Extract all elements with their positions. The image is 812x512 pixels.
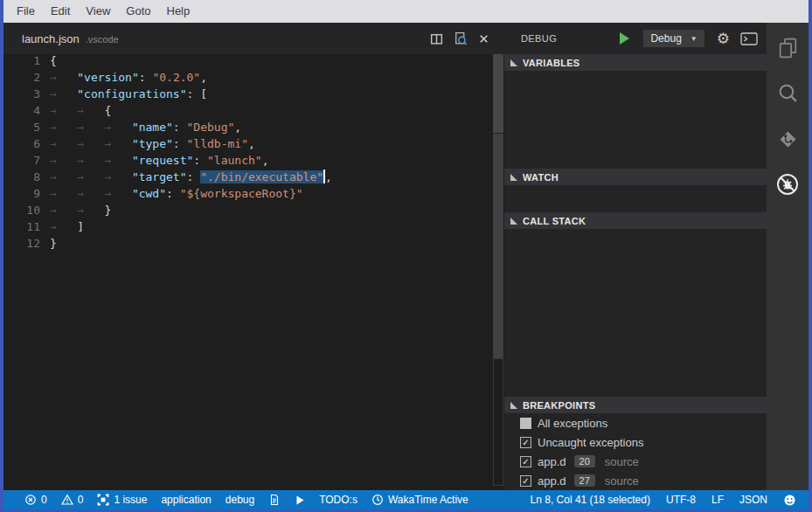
checkbox-checked[interactable]: ✓ [520, 456, 531, 467]
code-editor[interactable]: 1{2→"version": "0.2.0",3→"configurations… [3, 52, 492, 490]
section-header-breakpoints[interactable]: BREAKPOINTS [504, 397, 767, 413]
code-line[interactable]: 4→→{ [3, 102, 492, 119]
breakpoint-row[interactable]: ✓app.d20source [504, 452, 767, 471]
breakpoint-row[interactable]: ✓Uncaught exceptions [504, 432, 767, 452]
debug-sidebar: DEBUG Debug ▼ ⚙ VARIABLESWATCHCALL STACK… [504, 23, 767, 490]
debug-panel-title: DEBUG [521, 33, 557, 44]
search-icon[interactable] [767, 71, 809, 116]
tab-launch-json[interactable]: launch.json .vscode [3, 32, 119, 45]
editor-scrollbar[interactable] [492, 54, 504, 486]
whitespace-tab-indicator: → [77, 119, 104, 135]
status-language[interactable]: JSON [739, 494, 767, 506]
code-token: "configurations" [77, 87, 186, 100]
status-application[interactable]: application [161, 494, 211, 506]
code-line[interactable]: 10→→} [3, 202, 492, 218]
section-content-variables [504, 71, 767, 169]
code-line[interactable]: 1{ [3, 52, 492, 69]
status-error-count[interactable]: 0 [24, 494, 47, 506]
section-header-variables[interactable]: VARIABLES [504, 54, 767, 71]
code-token: } [50, 237, 57, 250]
checkbox-checked[interactable]: ✓ [520, 437, 531, 448]
status-text: 0 [41, 494, 47, 506]
menu-item-goto[interactable]: Goto [118, 0, 158, 23]
start-debug-icon[interactable] [620, 32, 629, 45]
code-token: "lldb-mi" [187, 137, 248, 150]
configure-gear-icon[interactable]: ⚙ [717, 31, 730, 46]
status-issues[interactable]: 1 issue [97, 494, 147, 506]
line-number: 4 [3, 102, 40, 119]
line-number: 10 [3, 202, 40, 218]
scrollbar-thumb[interactable] [493, 134, 503, 358]
status-task-file[interactable] [268, 494, 281, 506]
git-branch-icon[interactable] [767, 116, 809, 162]
checkbox-checked[interactable]: ✓ [520, 475, 531, 487]
chevron-down-icon: ▼ [691, 35, 697, 43]
line-number: 1 [3, 52, 40, 69]
code-line[interactable]: 7→→→"request": "launch", [3, 152, 492, 169]
menu-item-view[interactable]: View [78, 0, 118, 23]
debug-icon[interactable] [767, 162, 809, 207]
code-line[interactable]: 5→→→"name": "Debug", [3, 119, 492, 135]
code-token: { [105, 104, 112, 117]
section-content-watch [504, 185, 767, 212]
whitespace-tab-indicator: → [50, 152, 77, 169]
whitespace-tab-indicator: → [105, 119, 132, 135]
scrollbar-track[interactable] [493, 358, 503, 486]
code-line[interactable]: 12} [3, 235, 492, 252]
collapse-twisty-icon [510, 174, 517, 181]
code-token: "request" [132, 154, 193, 167]
status-debug-target[interactable]: debug [226, 494, 254, 506]
line-number: 7 [3, 152, 40, 169]
code-token: , [200, 71, 207, 84]
code-line[interactable]: 11→] [3, 218, 492, 235]
line-number: 3 [3, 86, 40, 102]
status-warning-count[interactable]: 0 [61, 494, 84, 506]
file-icon [268, 494, 281, 506]
files-icon[interactable] [767, 25, 809, 71]
breakpoint-row[interactable]: All exceptions [504, 413, 767, 432]
status-todos[interactable]: TODO:s [319, 494, 357, 506]
section-label: BREAKPOINTS [523, 400, 595, 411]
section-header-watch[interactable]: WATCH [504, 169, 767, 185]
code-token: : [173, 137, 187, 150]
code-line[interactable]: 2→"version": "0.2.0", [3, 69, 492, 86]
line-number: 12 [3, 235, 40, 252]
section-header-callstack[interactable]: CALL STACK [504, 212, 767, 229]
whitespace-tab-indicator: → [50, 218, 77, 235]
scrollbar-thumb-top[interactable] [493, 54, 503, 133]
debug-console-icon[interactable] [740, 32, 758, 45]
preview-icon[interactable] [452, 31, 468, 46]
code-line[interactable]: 6→→→"type": "lldb-mi", [3, 135, 492, 152]
whitespace-tab-indicator: → [50, 169, 77, 185]
collapse-twisty-icon [510, 218, 517, 225]
line-number: 9 [3, 185, 40, 202]
debug-config-dropdown[interactable]: Debug ▼ [643, 30, 704, 47]
menu-item-edit[interactable]: Edit [43, 0, 78, 23]
line-number: 6 [3, 135, 40, 152]
breakpoint-row[interactable]: ✓app.d27source [504, 471, 767, 490]
code-token: "${workspaceRoot}" [180, 187, 303, 200]
menu-item-help[interactable]: Help [159, 0, 198, 23]
status-run-task[interactable] [295, 495, 305, 506]
status-text: application [161, 494, 211, 506]
code-token: : [193, 154, 207, 167]
close-icon[interactable] [475, 31, 491, 46]
status-encoding[interactable]: UTF-8 [666, 494, 696, 506]
code-line[interactable]: 8→→→"target": "./bin/executable", [3, 169, 492, 185]
code-token: : [ [187, 87, 207, 100]
whitespace-tab-indicator: → [77, 135, 104, 152]
code-line[interactable]: 3→"configurations": [ [3, 86, 492, 102]
code-token: ] [77, 220, 84, 233]
status-wakatime[interactable]: WakaTime Active [371, 494, 468, 506]
status-feedback[interactable] [783, 494, 796, 507]
status-eol[interactable]: LF [711, 494, 724, 506]
code-line[interactable]: 9→→→"cwd": "${workspaceRoot}" [3, 185, 492, 202]
status-text: 1 issue [114, 494, 147, 506]
selected-text: "./bin/executable" [200, 170, 323, 183]
code-token: : [187, 170, 201, 183]
menu-item-file[interactable]: File [9, 0, 43, 23]
status-cursor-position[interactable]: Ln 8, Col 41 (18 selected) [531, 494, 650, 506]
split-editor-icon[interactable] [428, 31, 444, 46]
section-label: VARIABLES [523, 58, 580, 68]
checkbox-unchecked[interactable] [520, 418, 531, 429]
